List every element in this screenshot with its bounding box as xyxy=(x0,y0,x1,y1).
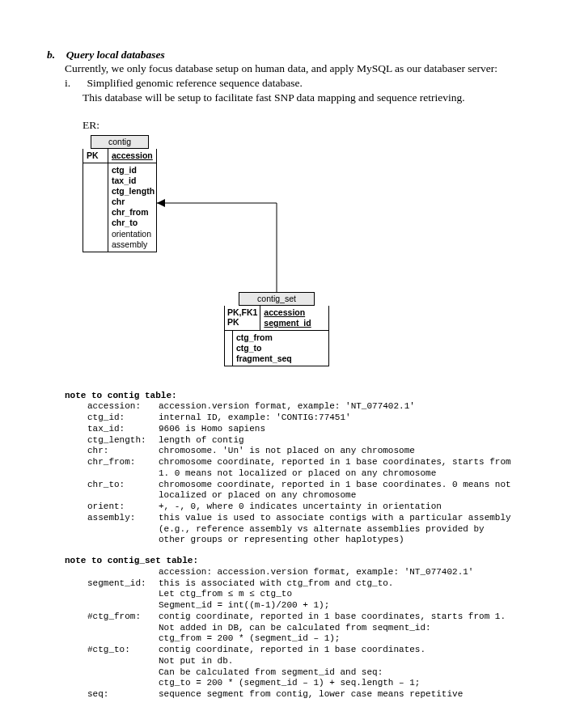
note-continuation: Let ctg_from ≤ m ≤ ctg_to xyxy=(159,589,516,600)
entity-contig-pk-empty xyxy=(83,163,108,252)
note-continuation: Can be calculated from segment_id and se… xyxy=(159,667,516,679)
note-row: #ctg_from:contig coordinate, reported in… xyxy=(87,612,516,634)
note-val: contig coordinate, reported in 1 base co… xyxy=(159,645,516,656)
note-key: segment_id: xyxy=(87,578,159,590)
note-key: #ctg_to: xyxy=(87,645,159,656)
note-key: chr_from: xyxy=(87,457,159,480)
note-val: chromosome coordinate, reported in 1 bas… xyxy=(159,480,516,502)
entity-contig-pk-label: PK xyxy=(83,149,108,163)
subsection-title: Simplified genomic reference sequence da… xyxy=(87,77,303,89)
note-val: chromosome. 'Un' is not placed on any ch… xyxy=(159,446,516,457)
note-key: accession: xyxy=(87,401,159,413)
note-title-contig-set: note to contig_set table: xyxy=(65,556,516,567)
entity-contig-field: orientation xyxy=(112,229,155,239)
note-val: contig coordinate, reported in 1 base co… xyxy=(159,612,516,634)
note-key: ctg_id: xyxy=(87,413,159,424)
entity-contig-set-field: ctg_to xyxy=(236,343,292,353)
entity-contig-field: tax_id xyxy=(112,176,155,186)
note-key: #ctg_from: xyxy=(87,612,159,634)
section-intro: Currently, we only focus database setup … xyxy=(65,61,516,76)
subsection-label: i. xyxy=(65,77,70,89)
entity-contig-set: contig_set PK,FK1PK accession segment_id… xyxy=(224,292,329,367)
entity-contig-field: assembly xyxy=(112,239,155,250)
entity-contig-set-pk-label: PK,FK1PK xyxy=(225,306,260,330)
note-val: internal ID, example: 'CONTIG:77451' xyxy=(159,413,516,424)
entity-contig-field: chr_to xyxy=(112,218,155,228)
entity-contig-field: chr xyxy=(112,197,155,207)
notes-block: note to contig table: accession:accessio… xyxy=(65,391,516,700)
note-row: accession:accession.version format, exam… xyxy=(87,401,516,413)
note-val: 9606 is Homo sapiens xyxy=(159,424,516,435)
section-heading: b. Query local databases xyxy=(65,49,516,61)
note-row: accession: accession.version format, exa… xyxy=(87,567,516,578)
note-continuation: Segment_id = int((m-1)/200 + 1); xyxy=(159,600,516,612)
note-key: ctg_length: xyxy=(87,435,159,447)
entity-contig-field: ctg_id xyxy=(112,165,155,176)
entity-contig-field: ctg_length xyxy=(112,186,155,197)
entity-contig-set-pk-field: segment_id xyxy=(264,318,311,328)
note-key: seq: xyxy=(87,689,159,700)
svg-marker-0 xyxy=(157,199,165,207)
note-val: accession.version format, example: 'NT_0… xyxy=(159,401,516,413)
entity-contig-title: contig xyxy=(91,135,149,149)
entity-contig-set-field: fragment_seq xyxy=(236,353,292,364)
note-val: sequence segment from contig, lower case… xyxy=(159,689,516,700)
note-row: tax_id:9606 is Homo sapiens xyxy=(87,424,516,435)
note-val: this is associated with ctg_from and ctg… xyxy=(159,578,516,590)
entity-contig-pk-field: accession xyxy=(112,150,153,161)
note-key: tax_id: xyxy=(87,424,159,435)
note-title-contig: note to contig table: xyxy=(65,391,516,402)
note-continuation: ctg_from = 200 * (segment_id – 1); xyxy=(159,633,516,645)
er-label: ER: xyxy=(83,119,516,132)
note-row: #ctg_to:contig coordinate, reported in 1… xyxy=(87,645,516,656)
entity-contig-set-title: contig_set xyxy=(239,292,315,306)
note-key: assembly: xyxy=(87,513,159,546)
note-val: this value is used to associate contigs … xyxy=(159,513,516,546)
note-row: orient:+, -, 0, where 0 indicates uncert… xyxy=(87,502,516,513)
subsection-body: This database will be setup to facilitat… xyxy=(83,91,516,105)
note-val: length of contig xyxy=(159,435,516,447)
note-key: chr_to: xyxy=(87,480,159,502)
subsection-heading: i. Simplified genomic reference sequence… xyxy=(83,76,516,91)
note-key: chr: xyxy=(87,446,159,457)
entity-contig: contig PK accession ctg_id tax_id ctg_le… xyxy=(83,135,157,252)
note-continuation: Not put in db. xyxy=(159,656,516,667)
note-row: chr_from:chromosome coordinate, reported… xyxy=(87,457,516,480)
note-continuation: ctg_to = 200 * (segment_id – 1) + seq.le… xyxy=(159,678,516,689)
note-row: ctg_length:length of contig xyxy=(87,435,516,447)
section-title: Query local databases xyxy=(66,49,165,61)
section-label: b. xyxy=(47,49,55,61)
entity-contig-set-field: ctg_from xyxy=(236,332,292,343)
note-key xyxy=(87,567,159,578)
entity-contig-set-pk-empty xyxy=(225,331,233,366)
note-row: seq:sequence segment from contig, lower … xyxy=(87,689,516,700)
note-row: ctg_id:internal ID, example: 'CONTIG:774… xyxy=(87,413,516,424)
note-val: accession: accession.version format, exa… xyxy=(159,567,516,578)
document-page: b. Query local databases Currently, we o… xyxy=(0,0,563,728)
entity-contig-set-pk-field: accession xyxy=(264,307,311,318)
note-row: assembly:this value is used to associate… xyxy=(87,513,516,546)
note-val: chromosome coordinate, reported in 1 bas… xyxy=(159,457,516,480)
note-val: +, -, 0, where 0 indicates uncertainty i… xyxy=(159,502,516,513)
note-row: chr_to:chromosome coordinate, reported i… xyxy=(87,480,516,502)
er-diagram: contig PK accession ctg_id tax_id ctg_le… xyxy=(83,135,516,386)
note-key: orient: xyxy=(87,502,159,513)
note-row: chr:chromosome. 'Un' is not placed on an… xyxy=(87,446,516,457)
note-row: segment_id:this is associated with ctg_f… xyxy=(87,578,516,590)
entity-contig-field: chr_from xyxy=(112,207,155,218)
